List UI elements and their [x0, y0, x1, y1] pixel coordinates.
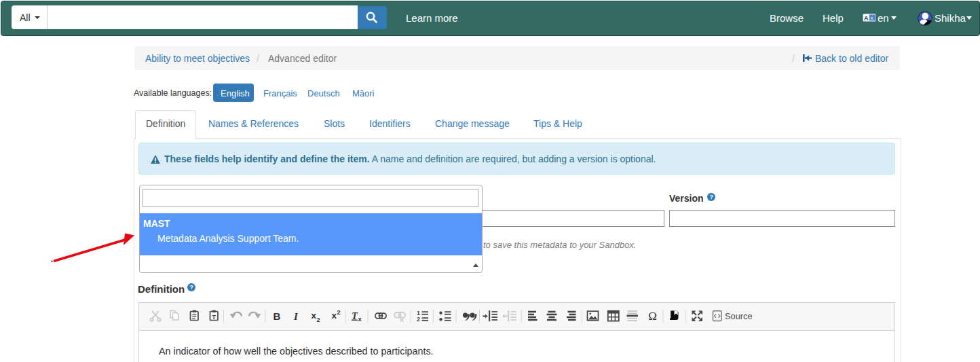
- svg-text:?: ?: [709, 194, 713, 200]
- svg-text:B: B: [274, 310, 281, 322]
- svg-text:Source: Source: [725, 311, 753, 321]
- svg-text:2: 2: [417, 316, 420, 323]
- svg-text:T: T: [212, 313, 216, 321]
- svg-text:I: I: [293, 311, 299, 322]
- svg-text:Ω: Ω: [648, 309, 657, 323]
- svg-text:2: 2: [337, 309, 341, 316]
- svg-text:?: ?: [189, 284, 193, 291]
- svg-text:x: x: [871, 15, 873, 21]
- svg-text:A: A: [864, 15, 869, 22]
- svg-text:x: x: [332, 310, 337, 321]
- svg-text:x: x: [358, 315, 362, 323]
- svg-text:T: T: [352, 310, 358, 321]
- svg-text:x: x: [312, 310, 317, 321]
- svg-text:2: 2: [317, 316, 320, 323]
- svg-text:1: 1: [417, 310, 420, 316]
